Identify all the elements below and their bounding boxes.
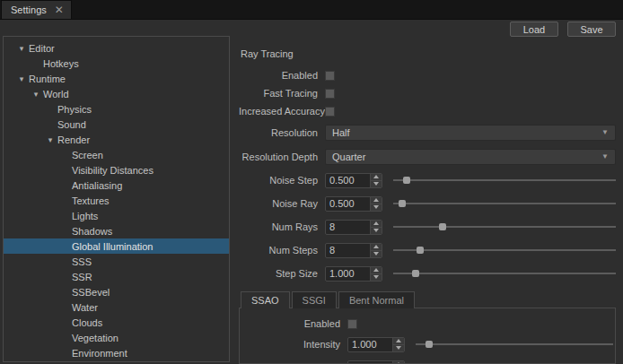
tree-item-shadows[interactable]: Shadows [4,223,229,238]
resolution-value: Half [332,127,601,138]
spin-down-icon[interactable] [371,227,382,234]
tree-item-hotkeys[interactable]: Hotkeys [4,56,229,71]
tree-item-ssbevel[interactable]: SSBevel [4,284,229,299]
num-steps-input[interactable]: 8 [325,243,382,258]
num-rays-slider[interactable] [393,221,616,233]
slider-handle[interactable] [412,270,419,277]
tree-item-render[interactable]: ▾Render [4,132,229,147]
spin-up-icon[interactable] [371,267,382,273]
save-button[interactable]: Save [567,22,616,37]
tab-ssao[interactable]: SSAO [241,291,290,308]
slider-handle[interactable] [439,223,446,230]
spin-down-icon[interactable] [371,273,382,281]
noise-step-slider[interactable] [393,174,616,186]
ssao-panel: EnabledIntensity1.000Intensity Lighted S… [239,308,616,364]
intensity-slider[interactable] [416,338,613,351]
tree-item-global-illumination[interactable]: Global Illumination [4,238,229,254]
slider-handle[interactable] [426,341,433,348]
load-button[interactable]: Load [510,22,558,37]
slider-handle[interactable] [417,247,424,254]
fast-tracing-label: Fast Tracing [239,88,325,99]
noise-ray-slider[interactable] [393,197,616,210]
expand-arrow-icon[interactable]: ▾ [14,44,29,53]
num-rays-value: 8 [326,221,370,234]
expand-arrow-icon[interactable]: ▾ [43,135,57,144]
form-row-num-rays: Num Rays8 [239,215,616,238]
num-rays-input[interactable]: 8 [325,220,382,235]
tree-item-physics[interactable]: Physics [4,101,229,117]
intensity-lighted-side-value: 1.000 [348,361,392,364]
form-row-enabled: Enabled [241,315,613,333]
spin-up-icon[interactable] [371,221,382,227]
tab-ssgi[interactable]: SSGI [292,291,337,308]
resolution-dropdown[interactable]: Half▼ [325,125,616,141]
intensity-input[interactable]: 1.000 [347,337,405,352]
expand-arrow-icon[interactable]: ▾ [29,90,43,99]
tree-item-clouds[interactable]: Clouds [4,315,229,330]
form-row-noise-step: Noise Step0.500 [239,169,616,192]
tree-item-lights[interactable]: Lights [4,208,229,223]
tab-settings[interactable]: Settings ✕ [1,0,72,19]
tree-item-water[interactable]: Water [4,299,229,315]
spin-up-icon[interactable] [371,197,382,204]
tree-item-label: Visibility Distances [72,165,154,176]
increased-accuracy-checkbox[interactable] [325,107,335,117]
tree-item-label: SSBevel [72,287,110,298]
tree-item-label: Sound [57,119,86,130]
enabled-checkbox[interactable] [347,319,357,329]
form-row-intensity-lighted-side: Intensity Lighted Side1.000 [241,356,613,364]
ray-tracing-section: Ray Tracing EnabledFast TracingIncreased… [239,38,616,364]
tree-item-editor[interactable]: ▾Editor [4,40,229,56]
noise-ray-input[interactable]: 0.500 [325,196,382,212]
spin-up-icon[interactable] [371,244,382,250]
slider-handle[interactable] [399,200,406,207]
form-row-step-size: Step Size1.000 [239,262,616,285]
tree-item-vegetation[interactable]: Vegetation [4,330,229,345]
spin-down-icon[interactable] [371,204,382,211]
spin-down-icon[interactable] [371,250,382,257]
form-row-num-steps: Num Steps8 [239,238,616,262]
spin-down-icon[interactable] [393,344,404,351]
expand-arrow-icon[interactable]: ▾ [14,74,29,83]
tree-item-ssr[interactable]: SSR [4,269,229,284]
spinner-buttons [370,267,382,281]
section-title-ray-tracing: Ray Tracing [241,48,616,59]
form-row-increased-accuracy: Increased Accuracy [239,102,616,120]
tree-item-environment[interactable]: Environment [4,345,229,360]
form-row-fast-tracing: Fast Tracing [239,84,616,102]
tree-item-label: Shadows [72,226,112,237]
fast-tracing-checkbox[interactable] [325,89,335,99]
spin-up-icon[interactable] [393,361,404,364]
step-size-value: 1.000 [326,267,370,281]
step-size-input[interactable]: 1.000 [325,266,382,282]
tab-bent-normal[interactable]: Bent Normal [338,291,415,308]
intensity-lighted-side-input[interactable]: 1.000 [347,360,405,364]
spin-up-icon[interactable] [393,338,404,344]
tab-close-icon[interactable]: ✕ [55,4,64,15]
noise-step-input[interactable]: 0.500 [325,173,382,188]
num-steps-slider[interactable] [393,244,616,256]
tree-item-runtime[interactable]: ▾Runtime [4,71,229,86]
enabled-checkbox[interactable] [325,71,335,81]
step-size-slider[interactable] [393,267,616,280]
resolution-depth-dropdown[interactable]: Quarter▼ [325,149,616,165]
tree-item-world[interactable]: ▾World [4,86,229,101]
ray-tracing-form: EnabledFast TracingIncreased AccuracyRes… [239,66,616,285]
tree-item-sound[interactable]: Sound [4,117,229,132]
noise-ray-label: Noise Ray [239,198,325,209]
slider-handle[interactable] [403,177,410,184]
tree-item-label: SSR [72,272,92,282]
tree-item-antialiasing[interactable]: Antialiasing [4,178,229,193]
tree-item-sss[interactable]: SSS [4,254,229,269]
settings-detail-panel: Load Save Ray Tracing EnabledFast Tracin… [230,20,623,364]
spin-down-icon[interactable] [371,180,382,187]
spin-up-icon[interactable] [371,174,382,180]
num-steps-label: Num Steps [239,245,325,256]
tree-item-label: Editor [29,43,55,54]
tree-item-screen[interactable]: Screen [4,147,229,162]
enabled-label: Enabled [241,318,347,329]
tree-item-textures[interactable]: Textures [4,193,229,208]
tab-bar: Settings ✕ [0,0,623,20]
tree-item-visibility-distances[interactable]: Visibility Distances [4,162,229,178]
spinner-buttons [370,221,382,234]
